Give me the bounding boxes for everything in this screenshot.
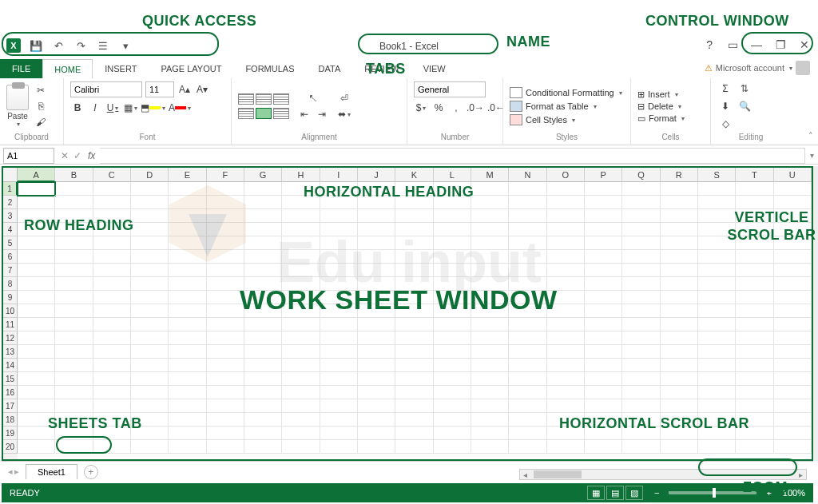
cell[interactable]	[55, 209, 93, 223]
column-header[interactable]: Q	[622, 168, 660, 182]
cancel-formula-icon[interactable]: ✕	[61, 150, 69, 161]
sheet-nav-prev-icon[interactable]: ◂	[8, 466, 13, 477]
cell[interactable]	[282, 209, 320, 223]
cell[interactable]	[547, 440, 585, 454]
merge-center-button[interactable]: ⬌▾	[337, 107, 351, 121]
cell[interactable]	[169, 291, 206, 304]
help-icon[interactable]: ?	[706, 38, 713, 51]
tab-review[interactable]: REVIEW	[352, 59, 411, 78]
comma-icon[interactable]: ,	[449, 101, 463, 115]
tab-view[interactable]: VIEW	[411, 59, 458, 78]
cell[interactable]	[207, 399, 244, 413]
cell[interactable]	[282, 277, 320, 291]
cell[interactable]	[736, 318, 773, 331]
hscroll-right-icon[interactable]: ▸	[796, 470, 806, 479]
cell[interactable]	[471, 264, 509, 277]
cell[interactable]	[93, 372, 131, 386]
cell[interactable]	[320, 277, 358, 291]
column-header[interactable]: B	[55, 168, 93, 182]
column-header[interactable]: F	[207, 168, 244, 182]
cell-styles-button[interactable]: Cell Styles▾	[510, 114, 622, 125]
cell[interactable]	[736, 277, 773, 291]
cell[interactable]	[585, 345, 622, 359]
cell[interactable]	[93, 196, 131, 209]
cell[interactable]	[131, 331, 169, 345]
format-cells-button[interactable]: ▭ Format▾	[637, 113, 685, 124]
cell[interactable]	[93, 331, 131, 345]
cell[interactable]	[282, 223, 320, 236]
cell[interactable]	[131, 318, 169, 331]
cell[interactable]	[698, 345, 736, 359]
cell[interactable]	[207, 182, 244, 196]
row-header[interactable]: 14	[3, 359, 18, 372]
cell[interactable]	[18, 440, 55, 454]
underline-button[interactable]: U▾	[105, 101, 120, 115]
cell[interactable]	[509, 304, 546, 318]
sheet-tab-sheet1[interactable]: Sheet1	[26, 464, 77, 479]
cell[interactable]	[282, 304, 320, 318]
cell[interactable]	[509, 372, 546, 386]
column-headers[interactable]: ABCDEFGHIJKLMNOPQRSTU	[18, 168, 812, 182]
cell[interactable]	[18, 196, 55, 209]
new-sheet-button[interactable]: +	[84, 465, 98, 479]
cell[interactable]	[395, 196, 433, 209]
cell[interactable]	[169, 209, 206, 223]
cell[interactable]	[585, 372, 622, 386]
cell[interactable]	[509, 345, 546, 359]
cell[interactable]	[395, 236, 433, 250]
font-size-select[interactable]	[145, 81, 174, 97]
cell[interactable]	[244, 399, 282, 413]
cell[interactable]	[698, 359, 736, 372]
column-header[interactable]: P	[585, 168, 622, 182]
bold-button[interactable]: B	[70, 101, 85, 115]
cell[interactable]	[358, 182, 395, 196]
cell[interactable]	[547, 372, 585, 386]
cell[interactable]	[358, 345, 395, 359]
cell[interactable]	[661, 250, 698, 264]
cell[interactable]	[585, 277, 622, 291]
cell[interactable]	[471, 413, 509, 427]
cell[interactable]	[585, 359, 622, 372]
cell[interactable]	[169, 223, 206, 236]
cell[interactable]	[471, 427, 509, 440]
cell[interactable]	[698, 318, 736, 331]
formula-input[interactable]	[100, 148, 805, 164]
cell[interactable]	[18, 277, 55, 291]
cell[interactable]	[244, 209, 282, 223]
cell[interactable]	[547, 318, 585, 331]
cell[interactable]	[661, 359, 698, 372]
vertical-align-buttons[interactable]	[238, 93, 289, 105]
select-all-button[interactable]	[3, 168, 18, 182]
cell[interactable]	[698, 413, 736, 427]
cell[interactable]	[434, 331, 471, 345]
cell[interactable]	[736, 331, 773, 345]
cell[interactable]	[55, 264, 93, 277]
cell[interactable]	[661, 182, 698, 196]
cell[interactable]	[131, 182, 169, 196]
cell[interactable]	[395, 372, 433, 386]
font-color-button[interactable]: A▾	[169, 101, 191, 115]
cell[interactable]	[244, 223, 282, 236]
row-header[interactable]: 18	[3, 413, 18, 427]
cell[interactable]	[547, 291, 585, 304]
cell[interactable]	[55, 413, 93, 427]
cell[interactable]	[93, 182, 131, 196]
cell[interactable]	[622, 223, 660, 236]
cell[interactable]	[55, 277, 93, 291]
cell[interactable]	[585, 331, 622, 345]
row-headers[interactable]: 1234567891011121314151617181920	[3, 182, 18, 459]
cell[interactable]	[320, 386, 358, 399]
cell[interactable]	[55, 372, 93, 386]
cell[interactable]	[55, 250, 93, 264]
cell[interactable]	[207, 250, 244, 264]
cell[interactable]	[698, 196, 736, 209]
restore-button[interactable]: ❐	[772, 37, 789, 53]
cell[interactable]	[131, 264, 169, 277]
cell[interactable]	[547, 277, 585, 291]
cell[interactable]	[774, 386, 812, 399]
cell[interactable]	[585, 182, 622, 196]
cell[interactable]	[320, 440, 358, 454]
cell[interactable]	[698, 372, 736, 386]
cell[interactable]	[434, 291, 471, 304]
cell[interactable]	[774, 277, 812, 291]
